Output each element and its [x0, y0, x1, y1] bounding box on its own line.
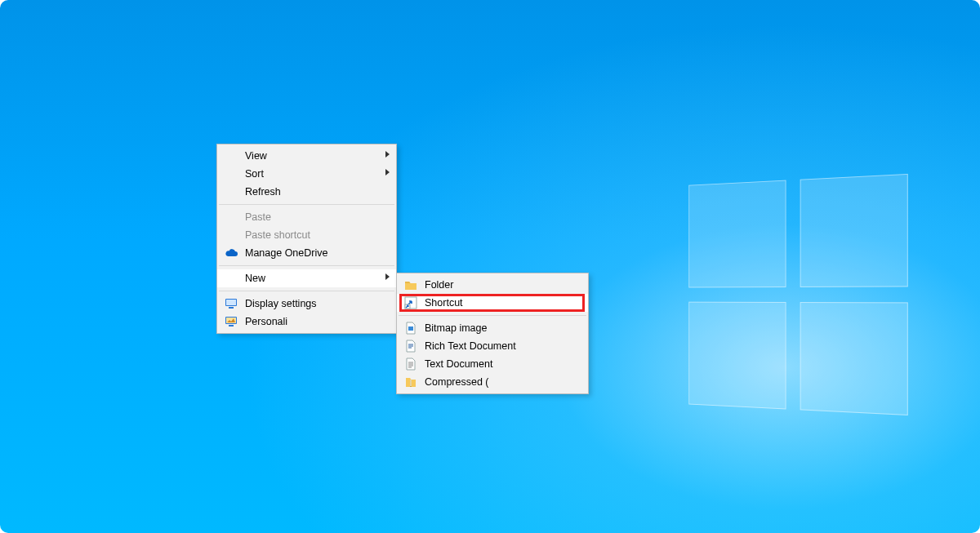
menu-item-paste: Paste: [217, 208, 396, 226]
menu-item-label: Paste shortcut: [245, 229, 310, 241]
menu-item-display-settings[interactable]: Display settings: [217, 295, 396, 313]
submenu-item-compressed[interactable]: Compressed (: [397, 373, 588, 391]
menu-separator: [219, 291, 394, 291]
menu-item-label: Sort: [245, 168, 264, 180]
menu-separator: [399, 315, 586, 316]
menu-item-label: Refresh: [245, 186, 281, 198]
menu-item-new[interactable]: New: [217, 269, 396, 287]
text-file-icon: [403, 357, 418, 371]
display-settings-icon: [224, 296, 238, 311]
new-submenu: Folder Shortcut Bitmap image Rich Text D…: [396, 273, 589, 394]
submenu-item-label: Rich Text Document: [425, 340, 516, 352]
chevron-right-icon: [385, 169, 390, 175]
menu-item-refresh[interactable]: Refresh: [217, 183, 396, 201]
menu-item-label: New: [245, 273, 265, 284]
submenu-item-label: Compressed (: [425, 376, 489, 388]
menu-item-view[interactable]: View: [217, 147, 396, 165]
zip-file-icon: [403, 375, 418, 389]
submenu-item-txt[interactable]: Text Document: [397, 355, 588, 373]
shortcut-icon: [403, 295, 418, 310]
svg-rect-8: [408, 326, 413, 331]
chevron-right-icon: [385, 151, 390, 158]
menu-item-label: Manage OneDrive: [245, 247, 327, 259]
desktop-context-menu: View Sort Refresh Paste Paste shortcut M…: [216, 144, 397, 334]
menu-item-label: View: [245, 150, 267, 162]
submenu-item-bitmap[interactable]: Bitmap image: [397, 319, 588, 337]
menu-item-paste-shortcut: Paste shortcut: [217, 226, 396, 244]
menu-item-label: Display settings: [245, 298, 317, 309]
submenu-item-rtf[interactable]: Rich Text Document: [397, 337, 588, 355]
windows-logo: [688, 174, 911, 419]
personalize-icon: [224, 314, 238, 329]
menu-item-label: Personali: [245, 316, 287, 327]
onedrive-icon: [224, 246, 238, 260]
submenu-item-label: Bitmap image: [425, 322, 487, 334]
bitmap-file-icon: [403, 321, 418, 335]
menu-item-label: Paste: [245, 211, 271, 223]
desktop-background[interactable]: View Sort Refresh Paste Paste shortcut M…: [0, 0, 980, 533]
svg-rect-5: [229, 325, 234, 326]
svg-rect-1: [226, 300, 236, 305]
menu-separator: [219, 204, 394, 205]
menu-item-manage-onedrive[interactable]: Manage OneDrive: [217, 244, 396, 262]
svg-rect-2: [229, 307, 234, 309]
menu-separator: [219, 265, 394, 266]
menu-item-personalize[interactable]: Personali: [217, 313, 396, 331]
folder-icon: [403, 278, 418, 292]
submenu-item-label: Folder: [425, 279, 453, 291]
rtf-file-icon: [403, 339, 418, 353]
menu-item-sort[interactable]: Sort: [217, 165, 396, 183]
submenu-item-label: Shortcut: [425, 297, 463, 309]
submenu-item-shortcut[interactable]: Shortcut: [397, 294, 588, 312]
submenu-item-label: Text Document: [425, 358, 492, 370]
chevron-right-icon: [385, 273, 390, 280]
submenu-item-folder[interactable]: Folder: [397, 276, 588, 294]
